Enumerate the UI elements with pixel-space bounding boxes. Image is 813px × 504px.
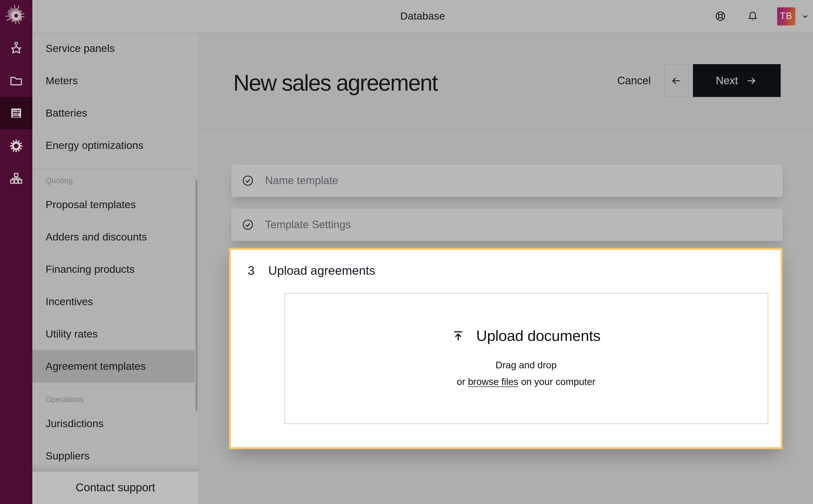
page-header: New sales agreement Cancel Next [199, 32, 813, 129]
step-card-header: 3 Upload agreements [248, 264, 781, 278]
page-title: New sales agreement [233, 69, 438, 96]
header-actions: Cancel Next [617, 64, 780, 97]
sidebar-scrollbar[interactable] [195, 179, 197, 411]
sidebar: Service panels Meters Batteries Energy o… [32, 32, 199, 504]
rail-gear-icon[interactable] [0, 130, 32, 162]
sidebar-item-utility-rates[interactable]: Utility rates [32, 318, 194, 350]
next-button[interactable]: Next [693, 64, 780, 97]
step-row-template-settings[interactable]: Template Settings [231, 209, 782, 241]
arrow-right-icon [745, 74, 758, 87]
cancel-button[interactable]: Cancel [617, 74, 651, 87]
upload-line1: Drag and drop [457, 357, 596, 373]
user-avatar[interactable]: TB [777, 7, 795, 25]
step-label: Upload agreements [268, 264, 375, 278]
rail-database-list-icon[interactable] [0, 97, 32, 129]
page-context-title: Database [32, 0, 813, 32]
sidebar-section-quoting: Quoting [32, 173, 198, 189]
rail-hierarchy-icon[interactable] [0, 163, 32, 195]
browse-files-link[interactable]: browse files [468, 376, 519, 387]
starburst-logo[interactable] [5, 5, 27, 26]
icon-rail [0, 0, 32, 504]
sidebar-item-proposal-templates[interactable]: Proposal templates [32, 189, 194, 221]
avatar-initials: TB [780, 11, 792, 22]
rail-folder-icon[interactable] [0, 65, 32, 97]
step-label: Name template [265, 174, 338, 187]
check-circle-icon [242, 175, 253, 187]
sidebar-section-operations: Operations [32, 392, 198, 408]
notifications-bell-icon[interactable] [747, 10, 759, 22]
back-button[interactable] [664, 64, 689, 97]
upload-line2: or browse files on your computer [457, 373, 596, 390]
upload-instructions: Drag and drop or browse files on your co… [457, 357, 596, 390]
step-row-name-template[interactable]: Name template [231, 165, 782, 197]
sidebar-item-incentives[interactable]: Incentives [32, 286, 194, 318]
help-lifebuoy-icon[interactable] [715, 10, 726, 22]
sidebar-item-energy-optimizations[interactable]: Energy optimizations [32, 129, 194, 162]
upload-heading: Upload documents [452, 327, 600, 345]
sidebar-divider [32, 387, 194, 388]
sidebar-item-service-panels[interactable]: Service panels [32, 32, 194, 65]
step-card-upload-agreements: 3 Upload agreements Upload documents Dra… [229, 248, 783, 449]
contact-support-button[interactable]: Contact support [32, 471, 198, 504]
app-window: Database TB [0, 0, 813, 504]
arrow-left-icon [670, 74, 683, 87]
next-button-label: Next [716, 74, 738, 87]
sidebar-item-meters[interactable]: Meters [32, 65, 194, 97]
sidebar-item-adders-discounts[interactable]: Adders and discounts [32, 221, 194, 253]
step-number: 3 [248, 264, 255, 278]
sidebar-item-jurisdictions[interactable]: Jurisdictions [32, 408, 194, 440]
sidebar-item-batteries[interactable]: Batteries [32, 97, 194, 129]
rail-customers-icon[interactable] [0, 32, 32, 64]
upload-title: Upload documents [476, 327, 600, 345]
sidebar-divider [32, 168, 194, 169]
main-content: New sales agreement Cancel Next [199, 32, 813, 504]
sidebar-item-agreement-templates[interactable]: Agreement templates [32, 350, 194, 383]
upload-dropzone[interactable]: Upload documents Drag and drop or browse… [284, 293, 768, 424]
step-label: Template Settings [265, 218, 351, 231]
check-circle-icon [242, 219, 253, 231]
sidebar-item-financing-products[interactable]: Financing products [32, 253, 194, 286]
wizard-steps: Name template Template Settings 3 Upload… [199, 129, 813, 449]
upload-icon [452, 330, 464, 342]
top-bar: Database TB [32, 0, 813, 32]
chevron-down-icon[interactable] [801, 13, 809, 21]
